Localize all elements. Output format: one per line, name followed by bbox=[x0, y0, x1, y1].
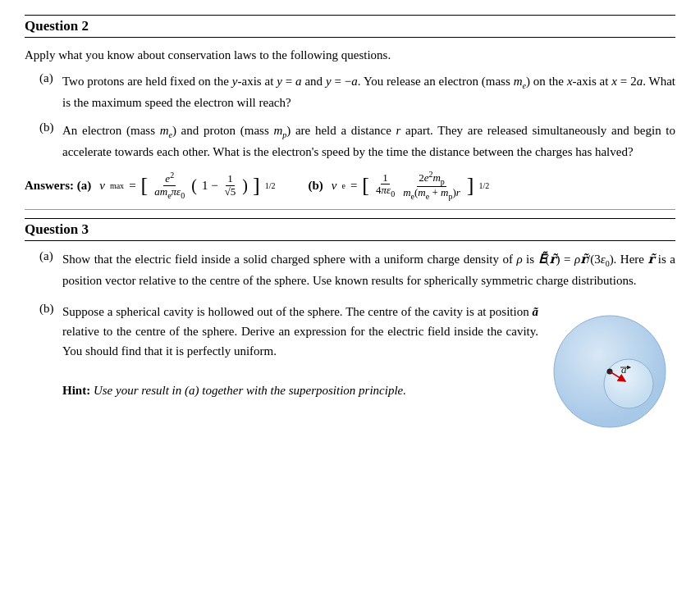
ans-a-paren-close: ) bbox=[242, 176, 248, 195]
ans-b-frac2-den: me(me + mp)r bbox=[401, 187, 462, 201]
sphere-svg: a bbox=[551, 310, 674, 433]
q3-header: Question 3 bbox=[25, 218, 675, 241]
ans-b-frac2: 2e2mp me(me + mp)r bbox=[401, 170, 462, 201]
answers-label: Answers: (a) bbox=[25, 179, 91, 193]
q3-part-b-text: Suppose a spherical cavity is hollowed o… bbox=[62, 302, 548, 400]
ans-b-frac1-num: 1 bbox=[381, 172, 390, 184]
E-vec: Ẽ bbox=[538, 253, 546, 266]
q2-header: Question 2 bbox=[25, 15, 675, 38]
q2-part-a: (a) Two protons are held fixed on the y-… bbox=[25, 71, 675, 112]
hint-label: Hint: bbox=[62, 384, 90, 397]
q2-part-b: (b) An electron (mass me) and proton (ma… bbox=[25, 121, 675, 162]
ans-a-exp: 1/2 bbox=[265, 181, 276, 190]
q3-part-a-label: (a) bbox=[39, 249, 62, 263]
ans-b-frac1: 1 4πε0 bbox=[374, 172, 396, 198]
svg-point-1 bbox=[604, 359, 653, 408]
ans-b-var: v bbox=[332, 179, 337, 193]
q3-part-b-label: (b) bbox=[39, 302, 62, 316]
ans-a-inner-fraction: 1 √5 bbox=[223, 173, 238, 198]
ans-a-paren-open: ( bbox=[191, 176, 197, 195]
ans-a-one: 1 − bbox=[202, 179, 218, 193]
r-vec-b: r̃ bbox=[580, 253, 587, 266]
ans-a-denominator: ameπε0 bbox=[153, 186, 186, 200]
q2-part-b-label: (b) bbox=[39, 121, 62, 134]
ans-a-numerator: e2 bbox=[163, 171, 176, 186]
svg-text:a: a bbox=[621, 363, 627, 376]
ans-a-right-bracket: ] bbox=[253, 175, 260, 196]
ans-b-sub: e bbox=[341, 181, 345, 190]
y-axis-ref: y bbox=[232, 75, 238, 88]
ans-a-inner-num: 1 bbox=[226, 173, 235, 185]
ans-a-left-bracket: [ bbox=[141, 175, 149, 196]
ans-b-label: (b) bbox=[308, 179, 323, 193]
q2-part-b-text: An electron (mass me) and proton (mass m… bbox=[62, 121, 675, 162]
q2-part-a-text: Two protons are held fixed on the y-axis… bbox=[62, 71, 675, 112]
ans-b-frac1-den: 4πε0 bbox=[374, 184, 396, 198]
page: Question 2 Apply what you know about con… bbox=[0, 0, 700, 456]
q3-title: Question 3 bbox=[25, 221, 675, 238]
ans-b-exp: 1/2 bbox=[479, 181, 490, 190]
sphere-diagram: a bbox=[548, 310, 675, 433]
ans-a-eq: = bbox=[129, 179, 135, 193]
ans-a-var: v bbox=[99, 179, 105, 193]
r-vec-c: r̃ bbox=[647, 253, 654, 266]
hint-text: Use your result in (a) together with the… bbox=[90, 384, 406, 397]
q2-title: Question 2 bbox=[25, 18, 675, 34]
q3-part-a: (a) Show that the electric field inside … bbox=[25, 249, 675, 290]
answer-a: Answers: (a) vmax = [ e2 ameπε0 ( 1 − 1 … bbox=[25, 171, 275, 199]
question-3-block: Question 3 (a) Show that the electric fi… bbox=[25, 218, 675, 433]
ans-a-inner-den: √5 bbox=[223, 186, 238, 198]
answers-row: Answers: (a) vmax = [ e2 ameπε0 ( 1 − 1 … bbox=[25, 170, 675, 201]
answer-b: (b) ve = [ 1 4πε0 2e2mp me(me + mp)r ] 1… bbox=[308, 170, 489, 201]
ans-b-frac2-num: 2e2mp bbox=[417, 170, 446, 187]
ans-a-fraction: e2 ameπε0 bbox=[153, 171, 186, 199]
q2-intro: Apply what you know about conservation l… bbox=[25, 46, 675, 65]
ans-b-left-bracket: [ bbox=[362, 175, 369, 196]
section-divider bbox=[25, 209, 675, 210]
q2-part-a-label: (a) bbox=[39, 71, 62, 85]
q3-part-b: (b) Suppose a spherical cavity is hollow… bbox=[25, 302, 675, 433]
ans-b-right-bracket: ] bbox=[467, 175, 474, 196]
ans-b-eq: = bbox=[350, 179, 357, 193]
ans-a-sub: max bbox=[110, 181, 124, 190]
question-2-block: Question 2 Apply what you know about con… bbox=[25, 15, 675, 201]
r-vec-a: r̃ bbox=[550, 253, 556, 266]
q3-part-a-text: Show that the electric field inside a so… bbox=[62, 249, 675, 290]
